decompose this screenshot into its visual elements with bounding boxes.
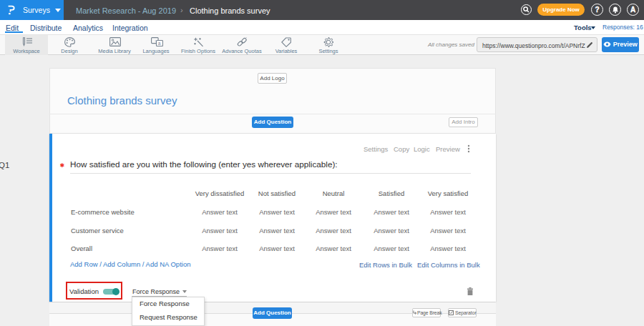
svg-text:a: a xyxy=(158,41,161,46)
